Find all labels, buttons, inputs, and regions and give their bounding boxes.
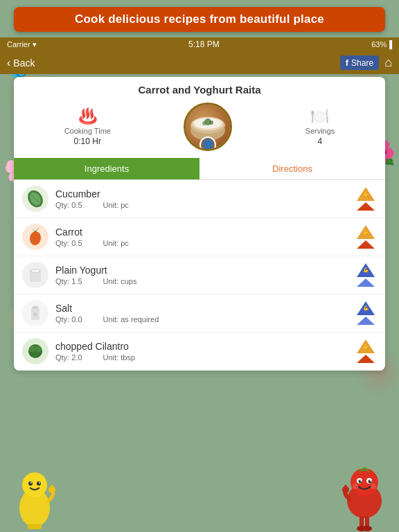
svg-text:💪: 💪 bbox=[363, 305, 369, 311]
ingredient-row: Carrot Qty: 0.5 Unit: pc 💪 bbox=[14, 218, 385, 256]
salt-qty: Qty: 0.0 bbox=[55, 315, 82, 323]
cucumber-unit-label: Unit: pc bbox=[103, 201, 129, 209]
yogurt-qty: Qty: 1.5 bbox=[55, 277, 82, 285]
salt-qty-row: Qty: 0.0 Unit: as required bbox=[55, 315, 355, 323]
svg-rect-24 bbox=[33, 306, 38, 309]
facebook-icon: f bbox=[346, 57, 348, 68]
carrot-qty: Qty: 0.5 bbox=[55, 239, 82, 247]
status-bar: Carrier ▾ 5:18 PM 63%▐ bbox=[0, 37, 399, 51]
svg-marker-27 bbox=[357, 317, 375, 325]
back-button[interactable]: ‹ Back bbox=[7, 57, 35, 69]
salt-info: Salt Qty: 0.0 Unit: as required bbox=[55, 303, 355, 323]
cilantro-qty: Qty: 2.0 bbox=[55, 353, 82, 362]
back-label: Back bbox=[13, 57, 35, 69]
svg-point-6 bbox=[209, 121, 213, 125]
servings-value: 4 bbox=[318, 136, 323, 146]
svg-text:💪: 💪 bbox=[363, 190, 369, 197]
svg-point-25 bbox=[33, 312, 37, 317]
carrot-badge: 💪 bbox=[355, 226, 377, 248]
cilantro-icon bbox=[22, 338, 48, 364]
yogurt-unit: Unit: cups bbox=[103, 277, 137, 285]
tabs-row: Ingredients Directions bbox=[14, 158, 385, 180]
salt-unit: Unit: as required bbox=[103, 315, 159, 323]
ingredient-row: Salt Qty: 0.0 Unit: as required 💪 bbox=[14, 294, 385, 332]
cucumber-qty-label: Qty: 0.5 bbox=[55, 201, 82, 209]
svg-text:💪: 💪 bbox=[363, 229, 369, 235]
share-button[interactable]: f Share bbox=[340, 55, 379, 70]
carrot-info: Carrot Qty: 0.5 Unit: pc bbox=[55, 227, 355, 247]
svg-marker-21 bbox=[357, 278, 375, 287]
cucumber-name: Cucumber bbox=[55, 188, 355, 200]
svg-marker-11 bbox=[357, 202, 375, 211]
cilantro-qty-row: Qty: 2.0 Unit: tbsp bbox=[55, 353, 355, 362]
cilantro-badge: 💪 bbox=[355, 340, 377, 362]
svg-point-5 bbox=[202, 121, 206, 125]
time-label: 5:18 PM bbox=[188, 39, 220, 49]
servings-icon: 🍽️ bbox=[310, 107, 329, 125]
ingredient-row: Plain Yogurt Qty: 1.5 Unit: cups 💪 bbox=[14, 256, 385, 294]
svg-text:💪: 💪 bbox=[363, 267, 369, 273]
cucumber-badge: 💪 bbox=[355, 188, 377, 210]
carrot-unit: Unit: pc bbox=[103, 239, 129, 247]
svg-point-32 bbox=[32, 351, 39, 357]
svg-marker-34 bbox=[357, 355, 375, 363]
home-button[interactable]: ⌂ bbox=[384, 55, 392, 70]
yogurt-badge: 💪 bbox=[355, 264, 377, 286]
banner-text: Cook delicious recipes from beautiful pl… bbox=[75, 12, 324, 26]
yogurt-info: Plain Yogurt Qty: 1.5 Unit: cups bbox=[55, 265, 355, 285]
cilantro-unit: Unit: tbsp bbox=[103, 353, 135, 362]
back-chevron-icon: ‹ bbox=[7, 57, 10, 69]
home-icon: ⌂ bbox=[384, 55, 392, 69]
svg-marker-15 bbox=[357, 240, 375, 249]
recipe-meta: ♨️ Cooking Time 0:10 Hr 👤 bbox=[14, 100, 385, 158]
svg-point-19 bbox=[31, 269, 39, 272]
svg-text:💪: 💪 bbox=[363, 343, 369, 349]
cilantro-info: chopped Cilantro Qty: 2.0 Unit: tbsp bbox=[55, 341, 355, 362]
cilantro-name: chopped Cilantro bbox=[55, 341, 355, 352]
svg-point-13 bbox=[28, 231, 42, 246]
carrot-icon bbox=[22, 224, 48, 250]
battery-label: 63%▐ bbox=[371, 40, 392, 48]
ingredient-row: chopped Cilantro Qty: 2.0 Unit: tbsp 💪 bbox=[14, 332, 385, 371]
top-banner: Cook delicious recipes from beautiful pl… bbox=[14, 7, 385, 32]
servings-label: Servings bbox=[305, 127, 335, 135]
salt-name: Salt bbox=[55, 303, 355, 314]
yogurt-name: Plain Yogurt bbox=[55, 265, 355, 276]
cooking-time-item: ♨️ Cooking Time 0:10 Hr bbox=[64, 107, 111, 146]
ingredient-row: Cucumber Qty: 0.5 Unit: pc 💪 bbox=[14, 180, 385, 218]
cucumber-info: Cucumber Qty: 0.5 Unit: pc bbox=[55, 188, 355, 209]
salt-badge: 💪 bbox=[355, 302, 377, 324]
cucumber-icon bbox=[22, 186, 48, 212]
nav-right-actions: f Share ⌂ bbox=[340, 55, 392, 70]
avatar-icon: 👤 bbox=[200, 136, 216, 151]
recipe-image: 👤 bbox=[184, 103, 232, 151]
yogurt-icon bbox=[22, 262, 48, 288]
cooking-time-label: Cooking Time bbox=[64, 127, 111, 135]
carrier-label: Carrier ▾ bbox=[7, 40, 37, 49]
carrot-qty-row: Qty: 0.5 Unit: pc bbox=[55, 239, 355, 247]
content-card: Carrot and Yoghurt Raita ♨️ Cooking Time… bbox=[14, 77, 385, 371]
carrot-name: Carrot bbox=[55, 227, 355, 238]
yogurt-qty-row: Qty: 1.5 Unit: cups bbox=[55, 277, 355, 285]
share-label: Share bbox=[351, 58, 373, 68]
tab-ingredients[interactable]: Ingredients bbox=[14, 158, 200, 179]
ingredients-list: Cucumber Qty: 0.5 Unit: pc 💪 Carrot Qty:… bbox=[14, 180, 385, 371]
salt-icon bbox=[22, 300, 48, 326]
tab-directions[interactable]: Directions bbox=[200, 158, 385, 179]
servings-item: 🍽️ Servings 4 bbox=[305, 107, 335, 146]
cucumber-qty-row: Qty: 0.5 Unit: pc bbox=[55, 201, 355, 209]
cooking-time-value: 0:10 Hr bbox=[74, 136, 101, 146]
navigation-bar: ‹ Back f Share ⌂ bbox=[0, 51, 399, 74]
cooking-time-icon: ♨️ bbox=[78, 107, 97, 125]
recipe-title: Carrot and Yoghurt Raita bbox=[14, 77, 385, 100]
